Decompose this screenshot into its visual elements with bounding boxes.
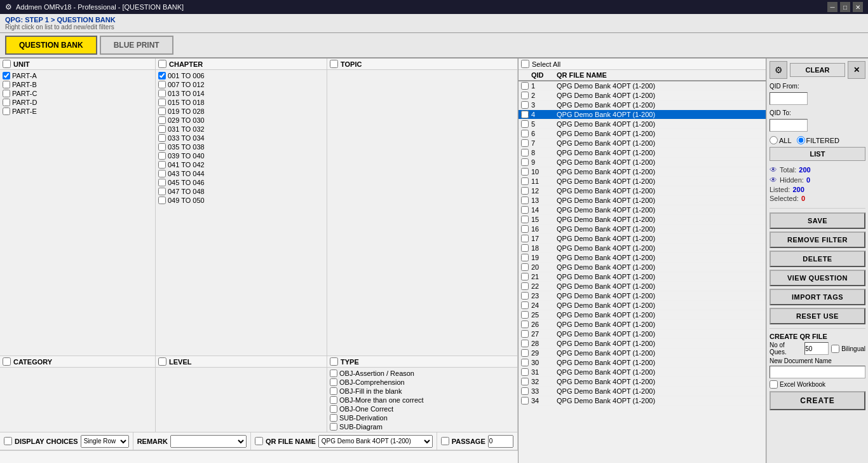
bilingual-checkbox[interactable] bbox=[831, 345, 839, 353]
table-row[interactable]: 29QPG Demo Bank 4OPT (1-200) bbox=[519, 349, 766, 358]
list-item[interactable]: 019 TO 028 bbox=[157, 107, 325, 116]
list-item[interactable]: SUB-Diagram bbox=[329, 422, 516, 431]
table-row[interactable]: 8QPG Demo Bank 4OPT (1-200) bbox=[519, 148, 766, 158]
table-row[interactable]: 22QPG Demo Bank 4OPT (1-200) bbox=[519, 282, 766, 291]
list-item[interactable]: SUB-Derivation bbox=[329, 413, 516, 422]
list-item[interactable]: SUB-High Order Mapping bbox=[329, 431, 516, 432]
import-tags-button[interactable]: IMPORT TAGS bbox=[770, 289, 865, 305]
checkbox-item-input[interactable] bbox=[3, 72, 10, 79]
row-checkbox[interactable] bbox=[521, 273, 529, 280]
table-row[interactable]: 21QPG Demo Bank 4OPT (1-200) bbox=[519, 272, 766, 282]
table-row[interactable]: 34QPG Demo Bank 4OPT (1-200) bbox=[519, 396, 766, 406]
list-item[interactable]: 043 TO 044 bbox=[157, 169, 325, 178]
minimize-button[interactable]: ─ bbox=[827, 2, 837, 12]
type-checkbox[interactable] bbox=[330, 357, 338, 366]
checkbox-item-input[interactable] bbox=[3, 90, 10, 97]
reset-use-button[interactable]: RESET USE bbox=[770, 308, 865, 324]
row-checkbox[interactable] bbox=[521, 263, 529, 271]
row-checkbox[interactable] bbox=[521, 397, 529, 404]
table-row[interactable]: 1QPG Demo Bank 4OPT (1-200) bbox=[519, 81, 766, 91]
list-item[interactable]: 001 TO 006 bbox=[157, 71, 325, 80]
save-button[interactable]: SAVE bbox=[770, 212, 865, 229]
radio-all-label[interactable]: ALL bbox=[770, 136, 792, 144]
table-row[interactable]: 12QPG Demo Bank 4OPT (1-200) bbox=[519, 186, 766, 196]
qr-file-checkbox[interactable] bbox=[255, 437, 263, 445]
row-checkbox[interactable] bbox=[521, 101, 529, 109]
passage-input[interactable] bbox=[488, 435, 513, 448]
list-item[interactable]: 047 TO 048 bbox=[157, 187, 325, 196]
maximize-button[interactable]: □ bbox=[840, 2, 850, 12]
checkbox-item-input[interactable] bbox=[3, 81, 10, 88]
row-checkbox[interactable] bbox=[521, 158, 529, 166]
row-checkbox[interactable] bbox=[521, 82, 529, 90]
excel-checkbox[interactable] bbox=[770, 380, 778, 389]
radio-all[interactable] bbox=[770, 136, 778, 144]
tab-question-bank[interactable]: QUESTION BANK bbox=[5, 36, 97, 55]
row-checkbox[interactable] bbox=[521, 244, 529, 252]
level-checkbox[interactable] bbox=[158, 357, 166, 366]
table-row[interactable]: 6QPG Demo Bank 4OPT (1-200) bbox=[519, 129, 766, 139]
table-row[interactable]: 30QPG Demo Bank 4OPT (1-200) bbox=[519, 358, 766, 368]
unit-checkbox[interactable] bbox=[3, 60, 11, 68]
table-row[interactable]: 32QPG Demo Bank 4OPT (1-200) bbox=[519, 377, 766, 387]
radio-filtered[interactable] bbox=[797, 136, 805, 144]
row-checkbox[interactable] bbox=[521, 359, 529, 366]
table-row[interactable]: 11QPG Demo Bank 4OPT (1-200) bbox=[519, 177, 766, 186]
qid-to-input[interactable] bbox=[770, 119, 808, 132]
row-checkbox[interactable] bbox=[521, 282, 529, 290]
qr-file-select[interactable]: QPG Demo Bank 4OPT (1-200) bbox=[318, 435, 433, 448]
list-item[interactable]: 007 TO 012 bbox=[157, 80, 325, 89]
row-checkbox[interactable] bbox=[521, 292, 529, 300]
chapter-checkbox[interactable] bbox=[158, 60, 166, 68]
no-of-ques-input[interactable] bbox=[804, 342, 829, 355]
list-item[interactable]: OBJ-Assertion / Reason bbox=[329, 369, 516, 378]
list-item[interactable]: 029 TO 030 bbox=[157, 116, 325, 125]
row-checkbox[interactable] bbox=[521, 111, 529, 118]
bilingual-label[interactable]: Bilingual bbox=[831, 345, 865, 353]
table-row[interactable]: 4QPG Demo Bank 4OPT (1-200) bbox=[519, 110, 766, 120]
list-item[interactable]: 041 TO 042 bbox=[157, 160, 325, 169]
list-item[interactable]: 031 TO 032 bbox=[157, 125, 325, 134]
list-item[interactable]: PART-A bbox=[1, 71, 154, 80]
list-item[interactable]: PART-D bbox=[1, 98, 154, 107]
checkbox-item-input[interactable] bbox=[3, 107, 10, 115]
list-item[interactable]: PART-B bbox=[1, 80, 154, 89]
table-row[interactable]: 20QPG Demo Bank 4OPT (1-200) bbox=[519, 263, 766, 272]
radio-filtered-label[interactable]: FILTERED bbox=[797, 136, 839, 144]
row-checkbox[interactable] bbox=[521, 254, 529, 261]
list-item[interactable]: PART-C bbox=[1, 89, 154, 98]
table-row[interactable]: 13QPG Demo Bank 4OPT (1-200) bbox=[519, 196, 766, 205]
row-checkbox[interactable] bbox=[521, 187, 529, 195]
row-checkbox[interactable] bbox=[521, 387, 529, 395]
row-checkbox[interactable] bbox=[521, 216, 529, 223]
create-button[interactable]: CREATE bbox=[770, 391, 865, 410]
topic-checkbox[interactable] bbox=[330, 60, 338, 68]
row-checkbox[interactable] bbox=[521, 301, 529, 309]
view-question-button[interactable]: VIEW QUESTION bbox=[770, 270, 865, 286]
checkbox-item-input[interactable] bbox=[3, 99, 10, 106]
list-item[interactable]: 039 TO 040 bbox=[157, 151, 325, 160]
table-row[interactable]: 24QPG Demo Bank 4OPT (1-200) bbox=[519, 301, 766, 310]
list-item[interactable]: 033 TO 034 bbox=[157, 134, 325, 142]
row-checkbox[interactable] bbox=[521, 368, 529, 376]
list-item[interactable]: PART-E bbox=[1, 107, 154, 116]
list-item[interactable]: OBJ-More than one correct bbox=[329, 396, 516, 404]
list-item[interactable]: OBJ-One Correct bbox=[329, 404, 516, 413]
new-doc-name-input[interactable] bbox=[770, 366, 865, 378]
tab-blue-print[interactable]: BLUE PRINT bbox=[100, 36, 173, 55]
table-row[interactable]: 18QPG Demo Bank 4OPT (1-200) bbox=[519, 244, 766, 253]
list-item[interactable]: OBJ-Comprehension bbox=[329, 378, 516, 387]
table-row[interactable]: 3QPG Demo Bank 4OPT (1-200) bbox=[519, 100, 766, 110]
select-all-checkbox[interactable] bbox=[521, 60, 529, 68]
table-row[interactable]: 25QPG Demo Bank 4OPT (1-200) bbox=[519, 310, 766, 320]
table-row[interactable]: 15QPG Demo Bank 4OPT (1-200) bbox=[519, 215, 766, 225]
table-row[interactable]: 23QPG Demo Bank 4OPT (1-200) bbox=[519, 291, 766, 301]
delete-button[interactable]: DELETE bbox=[770, 251, 865, 267]
close-panel-button[interactable]: ✕ bbox=[848, 61, 865, 79]
gear-button[interactable]: ⚙ bbox=[770, 61, 787, 79]
display-choices-checkbox[interactable] bbox=[4, 437, 12, 445]
remove-filter-button[interactable]: REMOVE FILTER bbox=[770, 232, 865, 248]
row-checkbox[interactable] bbox=[521, 197, 529, 204]
row-checkbox[interactable] bbox=[521, 311, 529, 319]
row-checkbox[interactable] bbox=[521, 206, 529, 214]
